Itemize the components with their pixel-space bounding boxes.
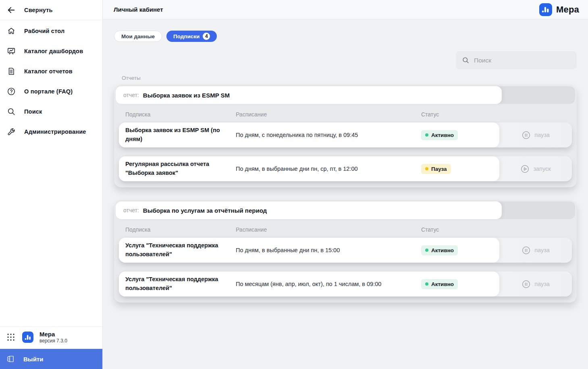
question-icon xyxy=(7,87,16,96)
status-badge: Активно xyxy=(421,279,458,289)
sidebar-item-label: Каталог дашбордов xyxy=(24,48,83,54)
status-label: Пауза xyxy=(431,166,447,172)
subscription-row: Услуга "Техническая поддержка пользовате… xyxy=(119,238,572,263)
tab-my-data[interactable]: Мои данные xyxy=(114,31,162,42)
report-label: отчет: xyxy=(123,92,139,98)
app-version: версия 7.3.0 xyxy=(39,338,67,344)
subscription-schedule: По месяцам (янв, апр, июл, окт), по 1 чи… xyxy=(236,281,421,287)
subscriptions-count-badge: 4 xyxy=(203,33,210,40)
report-title: Выборка заявок из ESMP SM xyxy=(143,92,230,99)
tab-label: Подписки xyxy=(173,33,199,39)
home-icon xyxy=(7,27,16,35)
collapse-sidebar-label: Свернуть xyxy=(24,7,53,13)
mera-logo-icon xyxy=(22,332,33,343)
status-dot-icon xyxy=(425,167,428,170)
dashboard-icon xyxy=(7,47,16,56)
action-label: пауза xyxy=(534,281,550,287)
sidebar-item-search[interactable]: Поиск xyxy=(0,102,102,122)
sidebar-nav: Рабочий стол Каталог дашбордов Каталог о… xyxy=(0,20,102,143)
pause-icon xyxy=(522,246,531,255)
exit-door-icon xyxy=(6,354,15,363)
search-box[interactable] xyxy=(456,51,577,69)
sidebar-footer: Мера версия 7.3.0 Выйти xyxy=(0,326,102,369)
sidebar-item-label: Поиск xyxy=(24,108,42,115)
status-dot-icon xyxy=(425,133,428,137)
subscription-row: Выборка заявок из ESMP SM (по дням) По д… xyxy=(119,122,572,147)
column-header-subscription: Подписка xyxy=(125,111,236,118)
subscription-row: Регулярная рассылка отчета "Выборка заяв… xyxy=(119,156,572,181)
sidebar-item-desktop[interactable]: Рабочий стол xyxy=(0,21,102,41)
apps-grid-icon[interactable] xyxy=(7,333,15,341)
status-badge: Активно xyxy=(421,130,458,140)
mera-logo-icon xyxy=(539,3,552,16)
table-header-row: Подписка Расписание Статус xyxy=(119,111,572,118)
logout-label: Выйти xyxy=(23,356,43,363)
brand-logo: Мера xyxy=(539,3,579,16)
column-header-status: Статус xyxy=(421,111,572,118)
report-label: отчет: xyxy=(123,207,139,214)
column-header-schedule: Расписание xyxy=(236,226,421,233)
sidebar-item-faq[interactable]: О портале (FAQ) xyxy=(0,81,102,102)
report-card: отчет: Выборка по услугам за отчётный пе… xyxy=(114,200,577,303)
subscription-name: Услуга "Техническая поддержка пользовате… xyxy=(125,275,236,293)
report-header: отчет: Выборка заявок из ESMP SM xyxy=(116,86,575,104)
tab-subscriptions[interactable]: Подписки 4 xyxy=(166,31,217,42)
sidebar-item-label: О портале (FAQ) xyxy=(24,88,73,95)
subscription-name: Выборка заявок из ESMP SM (по дням) xyxy=(125,126,236,144)
document-icon xyxy=(7,67,16,76)
table-header-row: Подписка Расписание Статус xyxy=(119,226,572,233)
arrow-left-icon xyxy=(7,6,16,15)
status-label: Активно xyxy=(431,132,454,138)
main-area: Личный кабинет Мера Мои данные Подписки … xyxy=(103,0,588,369)
sidebar-item-label: Каталог отчетов xyxy=(24,68,73,75)
subscription-schedule: По дням, в выбранные дни пн, в 15:00 xyxy=(236,247,421,253)
sidebar-item-dashboards[interactable]: Каталог дашбордов xyxy=(0,41,102,61)
status-label: Активно xyxy=(431,281,454,287)
report-header: отчет: Выборка по услугам за отчётный пе… xyxy=(116,201,575,219)
status-label: Активно xyxy=(431,247,454,253)
subscription-schedule: По дням, в выбранные дни пн, ср, пт, в 1… xyxy=(236,166,421,172)
sidebar-item-reports[interactable]: Каталог отчетов xyxy=(0,61,102,81)
pause-button[interactable]: пауза xyxy=(499,122,572,147)
search-input[interactable] xyxy=(474,57,571,64)
wrench-icon xyxy=(7,127,16,136)
status-badge: Активно xyxy=(421,245,458,255)
column-header-schedule: Расписание xyxy=(236,111,421,118)
status-dot-icon xyxy=(425,282,428,286)
column-header-subscription: Подписка xyxy=(125,226,236,233)
play-icon xyxy=(520,164,530,174)
subscription-name: Услуга "Техническая поддержка пользовате… xyxy=(125,241,236,259)
report-title: Выборка по услугам за отчётный период xyxy=(143,207,267,214)
logout-button[interactable]: Выйти xyxy=(0,349,102,369)
search-icon xyxy=(7,107,16,116)
reports-list: отчет: Выборка заявок из ESMP SM Подписк… xyxy=(114,85,577,303)
subscription-row: Услуга "Техническая поддержка пользовате… xyxy=(119,272,572,296)
collapse-sidebar-button[interactable]: Свернуть xyxy=(0,0,102,20)
subscription-name: Регулярная рассылка отчета "Выборка заяв… xyxy=(125,160,236,178)
status-badge: Пауза xyxy=(421,164,451,174)
pause-button[interactable]: пауза xyxy=(499,238,572,263)
pause-icon xyxy=(522,131,531,140)
tab-label: Мои данные xyxy=(121,33,155,39)
sidebar-item-label: Администрирование xyxy=(24,129,86,135)
app-name: Мера xyxy=(39,331,67,338)
subscription-schedule: По дням, с понедельника по пятницу, в 09… xyxy=(236,132,421,138)
action-label: пауза xyxy=(534,247,550,253)
pause-icon xyxy=(522,280,531,289)
section-label: Отчеты xyxy=(122,75,577,81)
page-title: Личный кабинет xyxy=(114,6,163,13)
sidebar-item-label: Рабочий стол xyxy=(24,28,64,34)
action-label: запуск xyxy=(533,166,551,172)
topbar: Личный кабинет Мера xyxy=(103,0,588,19)
brand-name: Мера xyxy=(556,4,579,15)
content: Мои данные Подписки 4 Отчеты отчет: Выбо… xyxy=(103,19,588,369)
search-icon xyxy=(462,56,470,64)
sidebar-item-administration[interactable]: Администрирование xyxy=(0,122,102,142)
report-card: отчет: Выборка заявок из ESMP SM Подписк… xyxy=(114,85,577,187)
status-dot-icon xyxy=(425,249,428,252)
column-header-status: Статус xyxy=(421,226,572,233)
tabs: Мои данные Подписки 4 xyxy=(114,31,577,42)
pause-button[interactable]: пауза xyxy=(499,272,572,296)
run-button[interactable]: запуск xyxy=(499,156,572,181)
sidebar: Свернуть Рабочий стол Каталог дашбордов … xyxy=(0,0,103,369)
